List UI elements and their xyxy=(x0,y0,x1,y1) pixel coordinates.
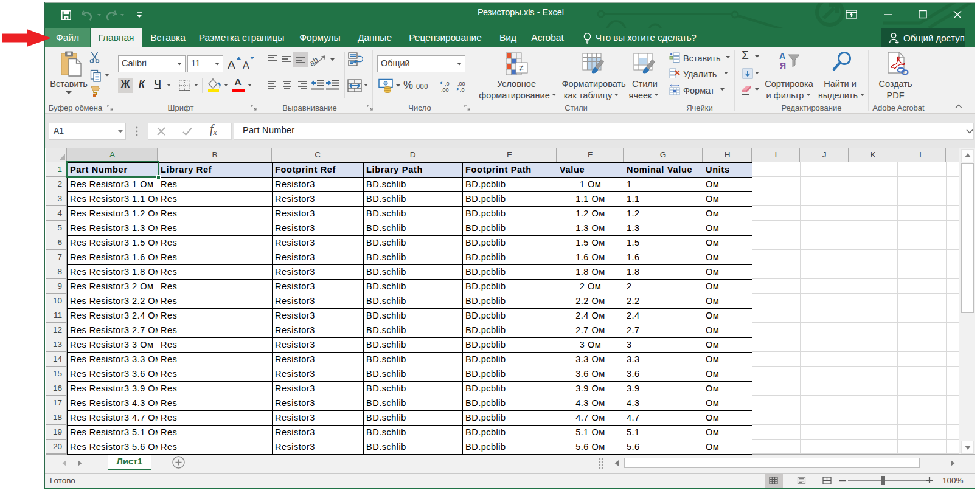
svg-text:,00: ,00 xyxy=(441,87,449,92)
svg-text:A: A xyxy=(228,58,235,71)
svg-text:A: A xyxy=(243,60,249,71)
svg-text:≠: ≠ xyxy=(519,63,524,73)
svg-text:А: А xyxy=(779,51,785,61)
svg-text:,0: ,0 xyxy=(460,87,465,92)
svg-text:,00: ,00 xyxy=(457,81,465,87)
svg-text:Я: Я xyxy=(780,61,786,71)
svg-text:,0: ,0 xyxy=(445,81,450,87)
